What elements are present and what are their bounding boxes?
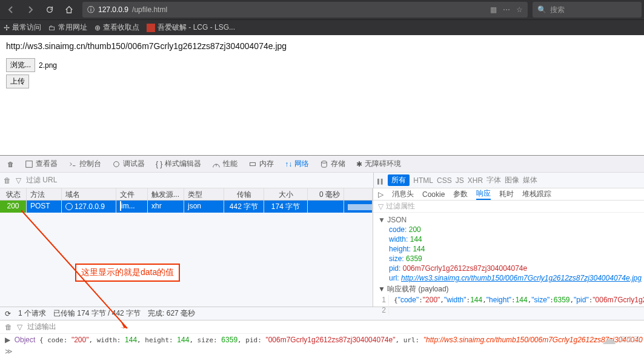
svg-rect-0 — [26, 161, 33, 167]
reader-icon[interactable]: ▦ — [490, 5, 497, 14]
console-log-line[interactable]: ▶ Object { code: "200", width: 144, heig… — [0, 334, 644, 346]
console-prompt[interactable]: ≫ — [0, 346, 644, 355]
type-js[interactable]: JS — [456, 176, 464, 185]
svg-point-3 — [322, 161, 327, 163]
browser-toolbar: ⓘ 127.0.0.9/upfile.html ▦ ⋯ ☆ 🔍 搜索 — [0, 0, 644, 19]
tab-network[interactable]: ↑↓网络 — [280, 156, 314, 171]
annotation-box: 这里显示的就是data的值 — [75, 264, 180, 282]
bookmark-viewcancel[interactable]: ⊕查看收取点 — [95, 22, 139, 33]
forward-button[interactable] — [22, 1, 39, 18]
search-bar[interactable]: 🔍 搜索 — [533, 2, 642, 18]
cloud-icon: ☁ — [602, 331, 616, 348]
col-status[interactable]: 状态 — [0, 188, 27, 200]
watermark: ☁ 亿速云 — [602, 331, 640, 348]
type-xhr[interactable]: XHR — [468, 176, 483, 185]
type-image[interactable]: 图像 — [505, 175, 519, 185]
type-html[interactable]: HTML — [413, 176, 433, 185]
upload-button[interactable]: 上传 — [6, 75, 29, 88]
cell-timeline — [344, 201, 373, 213]
toggle-icon[interactable]: ▷ — [378, 190, 383, 199]
back-button[interactable] — [2, 1, 19, 18]
site-icon — [147, 24, 155, 32]
bookmarks-bar: ✢最常访问 🗀常用网址 ⊕查看收取点 吾爱破解 - LCG - LSG... — [0, 19, 644, 35]
payload-label[interactable]: ▼ 响应载荷 (payload) — [378, 283, 644, 295]
tab-style[interactable]: { }样式编辑器 — [151, 156, 206, 171]
pause-icon[interactable] — [377, 176, 384, 185]
filter-icon[interactable]: ▽ — [17, 323, 22, 331]
reload-button[interactable] — [41, 1, 58, 18]
url-host: 127.0.0.9 — [98, 5, 128, 14]
trash-icon[interactable]: 🗑 — [5, 323, 12, 331]
tab-storage[interactable]: 存储 — [315, 156, 350, 171]
col-timeline — [344, 188, 373, 200]
info-icon: ⓘ — [87, 5, 95, 15]
type-media[interactable]: 媒体 — [523, 175, 537, 185]
bookmark-wuai[interactable]: 吾爱破解 - LCG - LSG... — [147, 22, 235, 33]
star-icon[interactable]: ☆ — [516, 5, 523, 14]
page-content: http://ws3.sinaimg.cn/thumb150/006m7Gcrl… — [0, 35, 644, 155]
more-icon[interactable]: ⋯ — [503, 5, 510, 14]
tab-cookie[interactable]: Cookie — [422, 190, 445, 199]
svg-point-1 — [114, 161, 119, 167]
col-type[interactable]: 类型 — [184, 188, 224, 200]
tab-console[interactable]: 控制台 — [64, 156, 106, 171]
response-type-tabs: 所有 HTML CSS JS XHR 字体 图像 媒体 — [373, 173, 644, 188]
tab-timing[interactable]: 耗时 — [499, 189, 514, 199]
a11y-icon: ✱ — [356, 160, 362, 168]
tab-inspector[interactable]: 查看器 — [20, 156, 62, 171]
network-request-list: 状态 方法 域名 文件 触发源... 类型 传输 大小 0 毫秒 200 POS… — [0, 188, 373, 307]
tab-params[interactable]: 参数 — [453, 189, 468, 199]
type-css[interactable]: CSS — [437, 176, 452, 185]
trash-icon[interactable]: 🗑 — [4, 176, 11, 185]
url-path: /upfile.html — [132, 5, 167, 14]
trash-icon[interactable]: 🗑 — [2, 158, 19, 170]
status-done: 完成: 627 毫秒 — [148, 308, 195, 319]
console-filter-input[interactable]: 过滤输出 — [27, 322, 56, 332]
cell-domain: 127.0.0.9 — [62, 201, 116, 213]
bookmark-common[interactable]: 🗀常用网址 — [48, 22, 87, 33]
tab-memory[interactable]: 内存 — [244, 156, 279, 171]
bookmark-freq[interactable]: ✢最常访问 — [4, 22, 41, 33]
tab-debugger[interactable]: 调试器 — [107, 156, 150, 171]
globe-icon — [65, 203, 73, 210]
tab-stack[interactable]: 堆栈跟踪 — [522, 189, 551, 199]
network-details: ▷ 消息头 Cookie 参数 响应 耗时 堆栈跟踪 ▽过滤属性 ▼ JSON … — [373, 188, 644, 307]
home-button[interactable] — [61, 1, 78, 18]
col-domain[interactable]: 域名 — [62, 188, 116, 200]
col-size[interactable]: 大小 — [264, 188, 308, 200]
cell-file: im... — [116, 201, 148, 213]
col-zero[interactable]: 0 毫秒 — [308, 188, 344, 200]
response-filter[interactable]: ▽过滤属性 — [373, 201, 644, 213]
page-text-url: http://ws3.sinaimg.cn/thumb150/006m7Gcrl… — [6, 41, 638, 51]
browse-button[interactable]: 浏览... — [6, 58, 35, 72]
filter-icon[interactable]: ▽ — [16, 176, 21, 185]
devtools: 🗑 查看器 控制台 调试器 { }样式编辑器 性能 内存 ↑↓网络 存储 ✱无障… — [0, 155, 644, 355]
cell-type: json — [184, 201, 224, 213]
globe-icon: ⊕ — [95, 24, 101, 32]
col-method[interactable]: 方法 — [27, 188, 62, 200]
col-cause[interactable]: 触发源... — [148, 188, 184, 200]
cell-transfer: 442 字节 — [224, 201, 264, 213]
filter-input[interactable]: 过滤 URL — [26, 175, 57, 185]
tab-a11y[interactable]: ✱无障碍环境 — [351, 156, 406, 171]
folder-icon: 🗀 — [48, 24, 56, 32]
retry-icon[interactable]: ⟳ — [5, 310, 11, 318]
cell-cause: xhr — [148, 201, 184, 213]
type-font[interactable]: 字体 — [486, 175, 501, 185]
col-transfer[interactable]: 传输 — [224, 188, 264, 200]
console-filter-row: 🗑 ▽ 过滤输出 — [0, 320, 644, 334]
devtools-tabs: 🗑 查看器 控制台 调试器 { }样式编辑器 性能 内存 ↑↓网络 存储 ✱无障… — [0, 156, 644, 173]
tab-response[interactable]: 响应 — [476, 188, 491, 200]
cell-status: 200 — [0, 201, 27, 213]
search-icon: 🔍 — [537, 5, 546, 14]
bookmark-icon: ✢ — [4, 24, 10, 32]
url-bar[interactable]: ⓘ 127.0.0.9/upfile.html ▦ ⋯ ☆ — [82, 2, 528, 18]
network-row[interactable]: 200 POST 127.0.0.9 im... xhr json 442 字节… — [0, 201, 373, 213]
col-file[interactable]: 文件 — [116, 188, 148, 200]
tab-headers[interactable]: 消息头 — [392, 189, 414, 199]
type-all[interactable]: 所有 — [388, 174, 410, 186]
response-tabs: ▷ 消息头 Cookie 参数 响应 耗时 堆栈跟踪 — [373, 188, 644, 201]
cell-method: POST — [27, 201, 62, 213]
tab-perf[interactable]: 性能 — [207, 156, 242, 171]
json-label[interactable]: ▼ JSON — [378, 215, 644, 225]
